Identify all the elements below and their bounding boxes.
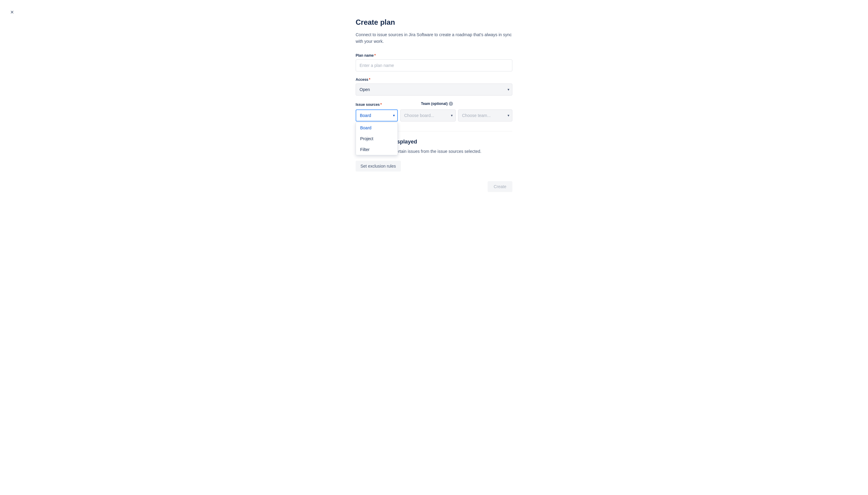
team-label: Team (optional) [421, 102, 448, 106]
plan-name-field-group: Plan name * [355, 53, 513, 71]
set-exclusion-rules-button[interactable]: Set exclusion rules [355, 161, 401, 172]
dropdown-item-filter[interactable]: Filter [356, 144, 398, 155]
source-type-dropdown: Board Project Filter [355, 122, 398, 155]
team-info-icon[interactable]: i [449, 102, 453, 106]
plan-name-input[interactable] [355, 59, 513, 71]
team-select[interactable]: Choose team... [458, 109, 513, 121]
team-label-row: Team (optional) i [421, 102, 453, 106]
form-container: Create plan Connect to issue sources in … [355, 18, 513, 192]
issue-sources-required-star: * [380, 102, 382, 107]
page-container: Create plan Connect to issue sources in … [0, 0, 868, 216]
dropdown-item-project[interactable]: Project [356, 133, 398, 144]
create-button[interactable]: Create [488, 181, 513, 192]
access-field-group: Access * Open Private Limited ▾ [355, 78, 513, 96]
access-select[interactable]: Open Private Limited [355, 84, 513, 96]
page-title: Create plan [355, 18, 513, 27]
board-select-wrapper: Choose board... ▾ [400, 109, 456, 121]
issue-sources-label: Issue sources * [355, 102, 382, 107]
access-label: Access * [355, 78, 513, 82]
required-star: * [374, 53, 376, 57]
access-required-star: * [369, 78, 370, 82]
actions-row: Create [355, 181, 513, 192]
close-icon: × [10, 9, 14, 16]
source-type-wrapper: Board Project Filter ▾ Board Project Fil… [355, 109, 398, 121]
source-type-select[interactable]: Board Project Filter [355, 109, 398, 121]
board-select[interactable]: Choose board... [400, 109, 456, 121]
dropdown-item-board[interactable]: Board [356, 122, 398, 133]
access-select-wrapper: Open Private Limited ▾ [355, 84, 513, 96]
team-select-wrapper: Choose team... ▾ [458, 109, 513, 121]
plan-name-label: Plan name * [355, 53, 513, 57]
page-description: Connect to issue sources in Jira Softwar… [355, 31, 513, 45]
issue-sources-field-group: Issue sources * Team (optional) i Board … [355, 102, 513, 121]
close-button[interactable]: × [7, 7, 17, 17]
issue-sources-container: Board Project Filter ▾ Board Project Fil… [355, 109, 513, 121]
